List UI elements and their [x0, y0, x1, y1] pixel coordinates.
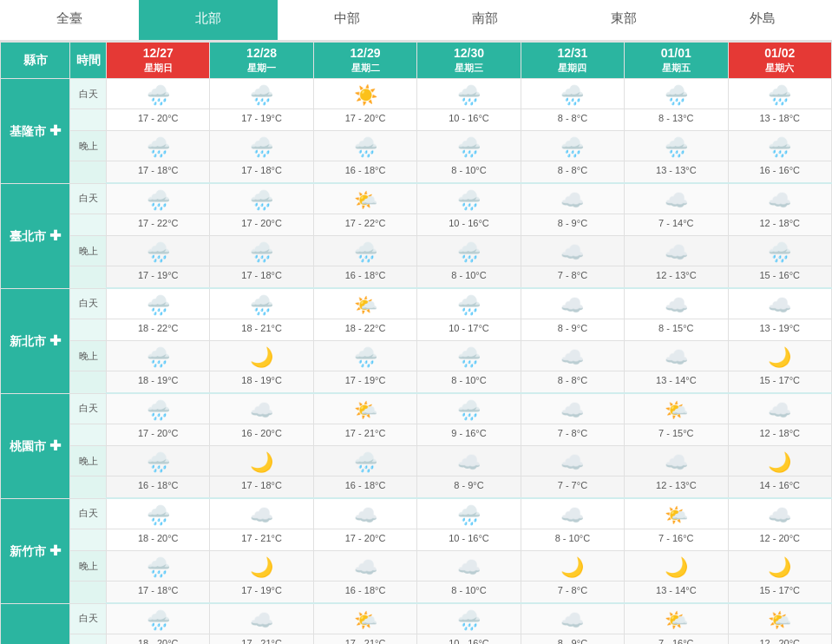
day-temp-cell: 17 - 20°C	[210, 214, 313, 236]
night-temp-cell: 12 - 13°C	[625, 266, 728, 289]
day-icon-cell: ☀️	[313, 79, 416, 109]
day-icon-cell: 🌧️	[107, 288, 210, 319]
day-temp-cell: 13 - 19°C	[728, 319, 831, 341]
day-temp-cell: 10 - 16°C	[417, 634, 521, 645]
night-temp-cell: 16 - 18°C	[107, 476, 210, 499]
day-icon-cell: ☁️	[521, 603, 624, 634]
date-header-6: 01/02星期六	[728, 43, 831, 79]
city-day-row: 新北市 ✚白天🌧️🌧️🌤️🌧️☁️☁️☁️	[1, 288, 832, 319]
day-temp-time-label	[70, 424, 107, 446]
day-icon-cell: 🌧️	[107, 603, 210, 634]
city-day-temp-row: 17 - 22°C17 - 20°C17 - 22°C10 - 16°C8 - …	[1, 214, 832, 236]
day-temp-time-label	[70, 529, 107, 551]
nav-item-南部[interactable]: 南部	[416, 0, 554, 40]
day-temp-cell: 18 - 21°C	[210, 319, 313, 341]
day-temp-cell: 18 - 22°C	[107, 319, 210, 341]
date-header-0: 12/27星期日	[107, 43, 210, 79]
day-icon-cell: 🌧️	[210, 288, 313, 319]
day-time-label: 白天	[70, 498, 107, 529]
day-icon-cell: ☁️	[728, 183, 831, 214]
city-day-temp-row: 17 - 20°C17 - 19°C17 - 20°C10 - 16°C8 - …	[1, 109, 832, 131]
night-icon-cell: 🌧️	[210, 131, 313, 161]
day-icon-cell: ☁️	[313, 498, 416, 529]
night-temp-cell: 16 - 18°C	[313, 582, 416, 604]
day-icon-cell: 🌧️	[417, 79, 521, 109]
night-temp-cell: 16 - 16°C	[728, 161, 831, 184]
day-icon-cell: ☁️	[625, 288, 728, 319]
day-temp-cell: 8 - 9°C	[521, 634, 624, 645]
day-icon-cell: ☁️	[521, 183, 624, 214]
night-icon-cell: ☁️	[417, 551, 521, 582]
day-icon-cell: 🌧️	[417, 183, 521, 214]
city-night-row: 晚上🌧️🌧️🌧️🌧️☁️☁️🌧️	[1, 236, 832, 266]
nav-item-中部[interactable]: 中部	[278, 0, 416, 40]
night-temp-cell: 18 - 19°C	[210, 371, 313, 394]
night-temp-cell: 7 - 8°C	[521, 266, 624, 289]
night-temp-cell: 17 - 19°C	[107, 266, 210, 289]
day-temp-cell: 7 - 8°C	[521, 424, 624, 446]
night-icon-cell: ☁️	[417, 446, 521, 476]
night-icon-cell: 🌙	[728, 551, 831, 582]
night-time-label: 晚上	[70, 446, 107, 476]
day-temp-cell: 12 - 18°C	[728, 214, 831, 236]
day-temp-time-label	[70, 214, 107, 236]
night-temp-cell: 17 - 19°C	[210, 582, 313, 604]
night-temp-cell: 17 - 19°C	[313, 371, 416, 394]
day-temp-time-label	[70, 109, 107, 131]
night-temp-cell: 17 - 18°C	[210, 161, 313, 184]
night-temp-cell: 13 - 14°C	[625, 582, 728, 604]
day-temp-cell: 18 - 22°C	[313, 319, 416, 341]
top-nav: 全臺北部中部南部東部外島	[0, 0, 832, 42]
night-temp-cell: 8 - 8°C	[521, 161, 624, 184]
night-temp-cell: 16 - 18°C	[313, 161, 416, 184]
date-header-1: 12/28星期一	[210, 43, 313, 79]
day-icon-cell: 🌧️	[625, 79, 728, 109]
night-icon-cell: 🌙	[728, 341, 831, 371]
night-icon-cell: 🌧️	[313, 446, 416, 476]
nav-item-東部[interactable]: 東部	[554, 0, 693, 40]
day-icon-cell: ☁️	[210, 393, 313, 424]
day-temp-cell: 18 - 20°C	[107, 529, 210, 551]
day-icon-cell: 🌤️	[728, 603, 831, 634]
day-icon-cell: 🌧️	[417, 288, 521, 319]
night-icon-cell: 🌙	[210, 551, 313, 582]
night-icon-cell: 🌙	[728, 446, 831, 476]
day-temp-cell: 8 - 15°C	[625, 319, 728, 341]
day-icon-cell: ☁️	[521, 393, 624, 424]
night-temp-cell: 15 - 17°C	[728, 582, 831, 604]
weather-table: 縣市時間12/27星期日12/28星期一12/29星期二12/30星期三12/3…	[0, 42, 832, 644]
night-temp-cell: 18 - 19°C	[107, 371, 210, 394]
day-temp-cell: 16 - 20°C	[210, 424, 313, 446]
day-temp-cell: 8 - 9°C	[521, 319, 624, 341]
day-temp-cell: 8 - 13°C	[625, 109, 728, 131]
day-temp-cell: 17 - 20°C	[107, 109, 210, 131]
night-icon-cell: 🌧️	[107, 446, 210, 476]
day-temp-cell: 17 - 21°C	[210, 529, 313, 551]
day-icon-cell: 🌧️	[107, 79, 210, 109]
day-time-label: 白天	[70, 393, 107, 424]
day-temp-cell: 17 - 22°C	[313, 214, 416, 236]
city-day-row: 基隆市 ✚白天🌧️🌧️☀️🌧️🌧️🌧️🌧️	[1, 79, 832, 109]
day-temp-cell: 10 - 17°C	[417, 319, 521, 341]
day-icon-cell: 🌧️	[417, 393, 521, 424]
nav-item-北部[interactable]: 北部	[139, 0, 278, 40]
city-night-row: 晚上🌧️🌧️🌧️🌧️🌧️🌧️🌧️	[1, 131, 832, 161]
night-temp-cell: 17 - 18°C	[210, 476, 313, 499]
day-icon-cell: ☁️	[521, 498, 624, 529]
day-temp-cell: 17 - 19°C	[210, 109, 313, 131]
city-night-temp-row: 17 - 18°C17 - 19°C16 - 18°C8 - 10°C7 - 8…	[1, 582, 832, 604]
day-temp-cell: 17 - 22°C	[107, 214, 210, 236]
day-temp-cell: 10 - 16°C	[417, 214, 521, 236]
nav-item-外島[interactable]: 外島	[693, 0, 832, 40]
day-temp-cell: 8 - 8°C	[521, 109, 624, 131]
nav-item-全臺[interactable]: 全臺	[0, 0, 139, 40]
day-icon-cell: ☁️	[210, 498, 313, 529]
day-icon-cell: 🌤️	[625, 393, 728, 424]
city-night-temp-row: 17 - 18°C17 - 18°C16 - 18°C8 - 10°C8 - 8…	[1, 161, 832, 184]
city-day-row: 新竹市 ✚白天🌧️☁️☁️🌧️☁️🌤️☁️	[1, 498, 832, 529]
day-temp-cell: 17 - 21°C	[210, 634, 313, 645]
day-icon-cell: 🌧️	[417, 603, 521, 634]
city-day-temp-row: 18 - 20°C17 - 21°C17 - 21°C10 - 16°C8 - …	[1, 634, 832, 645]
night-temp-cell: 17 - 18°C	[107, 161, 210, 184]
time-col-header: 時間	[70, 43, 107, 79]
